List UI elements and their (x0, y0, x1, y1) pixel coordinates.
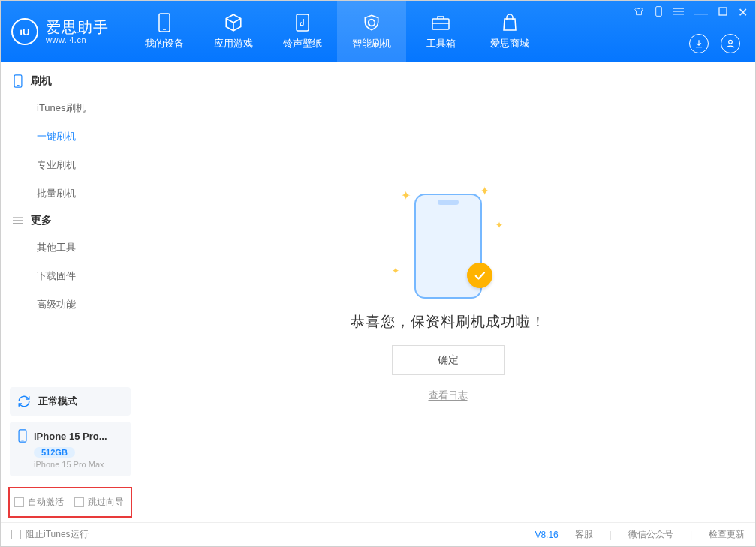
checkbox-icon (11, 530, 21, 539)
minimize-button[interactable]: — (694, 10, 708, 16)
close-button[interactable]: ✕ (738, 5, 748, 20)
sidebar-item-advanced[interactable]: 高级功能 (1, 290, 140, 319)
device-card[interactable]: iPhone 15 Pro... 512GB iPhone 15 Pro Max (10, 422, 131, 476)
user-button[interactable] (721, 34, 740, 53)
music-icon (293, 13, 312, 32)
logo[interactable]: iU 爱思助手 www.i4.cn (11, 1, 109, 62)
app-title: 爱思助手 (46, 19, 109, 35)
nav-smart-flash[interactable]: 智能刷机 (337, 1, 406, 62)
svg-rect-4 (432, 19, 449, 29)
sidebar-group-flash: 刷机 (1, 68, 140, 94)
nav-label: 工具箱 (426, 37, 456, 50)
svg-rect-9 (719, 8, 727, 15)
check-update-link[interactable]: 检查更新 (709, 528, 745, 541)
svg-rect-5 (656, 7, 662, 17)
nav-label: 铃声壁纸 (283, 37, 322, 50)
sidebar-item-itunes-flash[interactable]: iTunes刷机 (1, 94, 140, 122)
maximize-button[interactable] (718, 7, 727, 18)
bag-icon (500, 13, 520, 32)
svg-rect-3 (297, 14, 309, 31)
sidebar-item-download-firmware[interactable]: 下载固件 (1, 262, 140, 290)
menu-icon (13, 215, 23, 226)
device-name: iPhone 15 Pro... (34, 431, 107, 442)
phone-icon (13, 74, 23, 88)
view-log-link[interactable]: 查看日志 (429, 389, 468, 402)
support-link[interactable]: 客服 (575, 528, 593, 541)
download-button[interactable] (689, 34, 709, 53)
svg-point-10 (729, 40, 733, 44)
cube-icon (224, 13, 243, 32)
nav-label: 爱思商城 (490, 37, 529, 50)
nav-label: 应用游戏 (214, 37, 253, 50)
nav-label: 我的设备 (145, 37, 184, 50)
skin-icon[interactable] (634, 6, 644, 19)
svg-text:iU: iU (20, 26, 29, 38)
sidebar-item-one-click-flash[interactable]: 一键刷机 (1, 122, 140, 151)
app-url: www.i4.cn (46, 35, 109, 44)
sidebar-group-more: 更多 (1, 208, 140, 233)
logo-icon: iU (11, 18, 38, 45)
device-icon (155, 13, 174, 32)
phone-small-icon[interactable] (655, 6, 663, 19)
auto-activate-checkbox[interactable]: 自动激活 (14, 496, 64, 509)
nav-label: 智能刷机 (352, 37, 391, 50)
refresh-icon (17, 395, 31, 408)
nav-toolbox[interactable]: 工具箱 (406, 1, 475, 62)
checkbox-icon (14, 497, 24, 507)
skip-guide-checkbox[interactable]: 跳过向导 (74, 496, 124, 509)
sidebar-item-other-tools[interactable]: 其他工具 (1, 233, 140, 262)
refresh-shield-icon (362, 13, 381, 32)
sidebar-item-pro-flash[interactable]: 专业刷机 (1, 151, 140, 179)
menu-icon[interactable] (673, 7, 684, 18)
block-itunes-checkbox[interactable]: 阻止iTunes运行 (11, 528, 89, 541)
mode-indicator[interactable]: 正常模式 (10, 387, 131, 416)
nav-apps-games[interactable]: 应用游戏 (199, 1, 268, 62)
nav-store[interactable]: 爱思商城 (475, 1, 544, 62)
phone-icon (17, 429, 28, 443)
nav-my-device[interactable]: 我的设备 (130, 1, 199, 62)
check-badge-icon (467, 263, 492, 288)
nav-ringtones-wallpapers[interactable]: 铃声壁纸 (268, 1, 337, 62)
version-label: V8.16 (535, 530, 558, 540)
storage-badge: 512GB (34, 447, 75, 458)
ok-button[interactable]: 确定 (392, 345, 505, 375)
success-message: 恭喜您，保资料刷机成功啦！ (351, 312, 546, 332)
checkbox-icon (74, 497, 84, 507)
success-illustration: ✦ ✦ ✦ ✦ (384, 182, 512, 299)
device-model: iPhone 15 Pro Max (34, 460, 123, 469)
sidebar-item-batch-flash[interactable]: 批量刷机 (1, 179, 140, 208)
wechat-link[interactable]: 微信公众号 (628, 528, 673, 541)
toolbox-icon (431, 13, 450, 32)
flash-options-highlighted: 自动激活 跳过向导 (8, 487, 132, 518)
